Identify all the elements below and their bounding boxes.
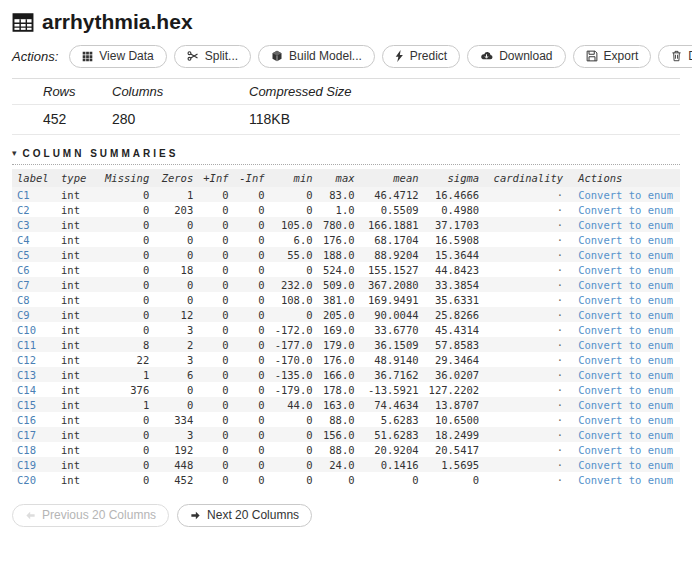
convert-to-enum-link[interactable]: Convert to enum [568,397,680,412]
summary-body: C1int0100083.046.471216.4666·Convert to … [12,187,680,487]
cell-cardinality: · [484,457,568,472]
rows-header: Rows [12,79,104,105]
convert-to-enum-link[interactable]: Convert to enum [568,442,680,457]
cell-neg_inf: 0 [234,322,270,337]
build-model-button[interactable]: Build Model... [258,45,375,68]
column-label-link[interactable]: C17 [12,427,56,442]
column-label-link[interactable]: C3 [12,217,56,232]
column-label-link[interactable]: C16 [12,412,56,427]
convert-to-enum-link[interactable]: Convert to enum [568,292,680,307]
cell-zeros: 192 [154,442,198,457]
convert-to-enum-link[interactable]: Convert to enum [568,217,680,232]
cell-max: 1.0 [318,202,360,217]
cell-sigma: 15.3644 [424,247,485,262]
cell-type: int [56,217,100,232]
convert-to-enum-link[interactable]: Convert to enum [568,277,680,292]
convert-to-enum-link[interactable]: Convert to enum [568,262,680,277]
cell-max: 509.0 [318,277,360,292]
cell-type: int [56,277,100,292]
cell-sigma: 0 [424,472,485,487]
cell-max: 524.0 [318,262,360,277]
column-label-link[interactable]: C7 [12,277,56,292]
cell-max: 169.0 [318,322,360,337]
cell-missing: 22 [100,352,154,367]
cell-min: 0 [270,262,318,277]
cell-cardinality: · [484,472,568,487]
convert-to-enum-link[interactable]: Convert to enum [568,307,680,322]
cell-neg_inf: 0 [234,442,270,457]
column-label-link[interactable]: C15 [12,397,56,412]
column-label-link[interactable]: C8 [12,292,56,307]
column-label-link[interactable]: C14 [12,382,56,397]
column-label-link[interactable]: C5 [12,247,56,262]
download-button[interactable]: Download [467,45,565,68]
column-label-link[interactable]: C1 [12,187,56,202]
column-label-link[interactable]: C13 [12,367,56,382]
convert-to-enum-link[interactable]: Convert to enum [568,322,680,337]
export-button[interactable]: Export [573,45,652,68]
convert-to-enum-link[interactable]: Convert to enum [568,337,680,352]
column-label-link[interactable]: C6 [12,262,56,277]
convert-to-enum-link[interactable]: Convert to enum [568,427,680,442]
convert-to-enum-link[interactable]: Convert to enum [568,202,680,217]
cell-min: 108.0 [270,292,318,307]
column-label-link[interactable]: C11 [12,337,56,352]
split-button[interactable]: Split... [174,45,251,68]
cell-sigma: 33.3854 [424,277,485,292]
column-label-link[interactable]: C9 [12,307,56,322]
cell-zeros: 12 [154,307,198,322]
column-label-link[interactable]: C10 [12,322,56,337]
convert-to-enum-link[interactable]: Convert to enum [568,457,680,472]
cell-zeros: 448 [154,457,198,472]
table-row: C7int0000232.0509.0367.208033.3854·Conve… [12,277,680,292]
cell-pos_inf: 0 [198,457,233,472]
actions-toolbar: Actions: View Data Split... Build Model.… [12,45,680,78]
cell-mean: 0 [360,472,424,487]
convert-to-enum-link[interactable]: Convert to enum [568,382,680,397]
convert-to-enum-link[interactable]: Convert to enum [568,247,680,262]
convert-to-enum-link[interactable]: Convert to enum [568,352,680,367]
column-label-link[interactable]: C20 [12,472,56,487]
cell-type: int [56,442,100,457]
convert-to-enum-link[interactable]: Convert to enum [568,232,680,247]
cell-neg_inf: 0 [234,232,270,247]
compressed-size-value: 118KB [241,105,680,135]
cell-max: 24.0 [318,457,360,472]
table-row: C20int0452000000·Convert to enum [12,472,680,487]
column-header-cardinality: cardinality [484,169,568,187]
convert-to-enum-link[interactable]: Convert to enum [568,367,680,382]
table-row: C6int018000524.0155.152744.8423·Convert … [12,262,680,277]
cell-missing: 8 [100,337,154,352]
view-data-button[interactable]: View Data [69,45,166,68]
cell-zeros: 0 [154,217,198,232]
convert-to-enum-link[interactable]: Convert to enum [568,472,680,487]
column-label-link[interactable]: C2 [12,202,56,217]
grid-icon [82,51,93,62]
cell-cardinality: · [484,202,568,217]
cell-max: 179.0 [318,337,360,352]
predict-button[interactable]: Predict [382,45,460,68]
column-summaries-section-header[interactable]: ▾ COLUMN SUMMARIES [12,148,680,165]
cell-neg_inf: 0 [234,337,270,352]
cell-max: 83.0 [318,187,360,202]
cell-missing: 0 [100,217,154,232]
previous-20-columns-button[interactable]: Previous 20 Columns [12,504,169,527]
column-label-link[interactable]: C4 [12,232,56,247]
column-label-link[interactable]: C12 [12,352,56,367]
compressed-size-header: Compressed Size [241,79,680,105]
delete-label: Delete [688,49,692,63]
cell-neg_inf: 0 [234,397,270,412]
column-label-link[interactable]: C19 [12,457,56,472]
column-label-link[interactable]: C18 [12,442,56,457]
convert-to-enum-link[interactable]: Convert to enum [568,412,680,427]
cell-max: 176.0 [318,352,360,367]
next-20-columns-button[interactable]: Next 20 Columns [177,504,312,527]
delete-button[interactable]: Delete [658,45,692,68]
scissors-icon [187,50,199,62]
cell-mean: 5.6283 [360,412,424,427]
cell-mean: 51.6283 [360,427,424,442]
page-title: arrhythmia.hex [12,10,680,34]
cell-cardinality: · [484,232,568,247]
convert-to-enum-link[interactable]: Convert to enum [568,187,680,202]
table-row: C18int019200088.020.920420.5417·Convert … [12,442,680,457]
